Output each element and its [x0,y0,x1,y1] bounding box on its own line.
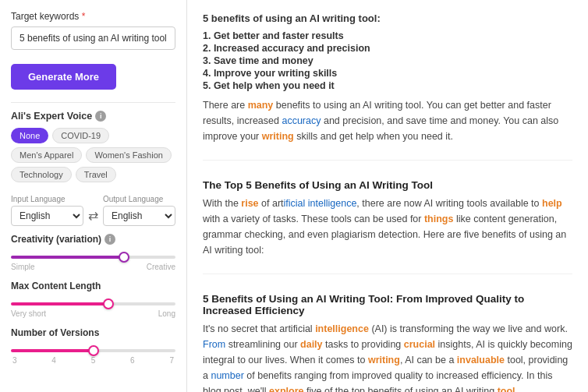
highlight-daily: daily [300,339,323,350]
highlight-writing-1: writing [262,131,294,142]
creativity-section: Creativity (variation) i Simple Creative [11,234,175,271]
result-title-1: 5 benefits of using an AI writing tool: [203,12,572,24]
tag-none[interactable]: None [11,128,48,143]
expert-voice-tags: None COVID-19 Men's Apparel Women's Fash… [11,128,175,182]
list-item-1-5: 5. Get help when you need it [203,80,572,91]
result-heading-2: The Top 5 Benefits of Using an AI Writin… [203,179,572,191]
expert-voice-section: Ali's Expert Voice i None COVID-19 Men's… [11,111,175,182]
right-panel: 5 benefits of using an AI writing tool: … [187,0,588,392]
highlight-ificial: ificial intelligence [284,198,357,209]
content-length-slider[interactable] [11,302,175,305]
highlight-help: help [542,198,562,209]
result-block-2: The Top 5 Benefits of Using an AI Writin… [203,179,572,274]
highlight-intelligence: intelligence [315,323,369,334]
input-language-group: Input Language English [11,195,83,226]
creativity-slider-wrapper [11,249,175,261]
highlight-accuracy: accuracy [282,115,321,126]
transfer-languages-icon[interactable]: ⇄ [88,208,98,223]
output-language-group: Output Language English [103,195,175,226]
creativity-slider[interactable] [11,256,175,259]
output-lang-label: Output Language [103,195,175,203]
result-list-1: 1. Get better and faster results 2. Incr… [203,30,572,91]
tag-womens-fashion[interactable]: Women's Fashion [86,147,172,163]
highlight-invaluable: invaluable [457,355,505,366]
versions-slider-wrapper [11,343,175,355]
content-length-section: Max Content Length Very short Long [11,281,175,318]
tag-mens-apparel[interactable]: Men's Apparel [11,147,82,163]
generate-more-button[interactable]: Generate More [11,64,116,90]
language-row: Input Language English ⇄ Output Language… [11,195,175,226]
highlight-from: From [203,339,225,350]
output-language-select[interactable]: English [103,206,175,226]
target-keywords-label: Target keywords * [11,11,175,22]
list-item-1-4: 4. Improve your writing skills [203,68,572,79]
highlight-explore: explore [269,386,303,392]
versions-slider[interactable] [11,349,175,352]
left-panel: Target keywords * Generate More Ali's Ex… [0,0,187,392]
content-length-slider-wrapper [11,296,175,308]
tag-covid19[interactable]: COVID-19 [52,128,109,143]
result-body-1: There are many benefits to using an AI w… [203,97,572,144]
result-block-3: 5 Benefits of Using an AI Writing Tool: … [203,293,572,392]
highlight-crucial: crucial [404,339,435,350]
highlight-things: things [424,214,454,224]
list-item-1-3: 3. Save time and money [203,55,572,66]
input-language-select[interactable]: English [11,206,83,226]
versions-label: Number of Versions [11,327,175,338]
generate-section: Generate More [11,62,175,90]
creativity-info-icon[interactable]: i [104,234,115,245]
result-block-1: 5 benefits of using an AI writing tool: … [203,12,572,161]
result-body-3: It's no secret that artificial intellige… [203,321,572,392]
versions-section: Number of Versions 3 4 5 6 7 [11,327,175,365]
content-length-sub-labels: Very short Long [11,309,175,318]
creativity-sub-labels: Simple Creative [11,263,175,271]
content-length-label: Max Content Length [11,281,175,291]
expert-voice-info-icon[interactable]: i [95,111,106,122]
target-keywords-input[interactable] [11,26,175,50]
list-item-1-2: 2. Increased accuracy and precision [203,43,572,54]
target-keywords-section: Target keywords * [11,11,175,50]
result-heading-3: 5 Benefits of Using an AI Writing Tool: … [203,293,572,316]
highlight-number: number [211,370,243,381]
highlight-rise: rise [241,198,258,209]
tag-technology[interactable]: Technology [11,167,72,182]
tag-travel[interactable]: Travel [76,167,116,182]
input-lang-label: Input Language [11,195,83,203]
result-body-2: With the rise of artificial intelligence… [203,196,572,258]
expert-voice-title: Ali's Expert Voice i [11,111,175,122]
highlight-writing-2: writing [368,355,400,366]
highlight-tool: tool [498,386,515,392]
creativity-label: Creativity (variation) i [11,234,175,245]
versions-ticks: 3 4 5 6 7 [11,356,175,365]
list-item-1-1: 1. Get better and faster results [203,30,572,41]
highlight-many: many [248,100,274,111]
